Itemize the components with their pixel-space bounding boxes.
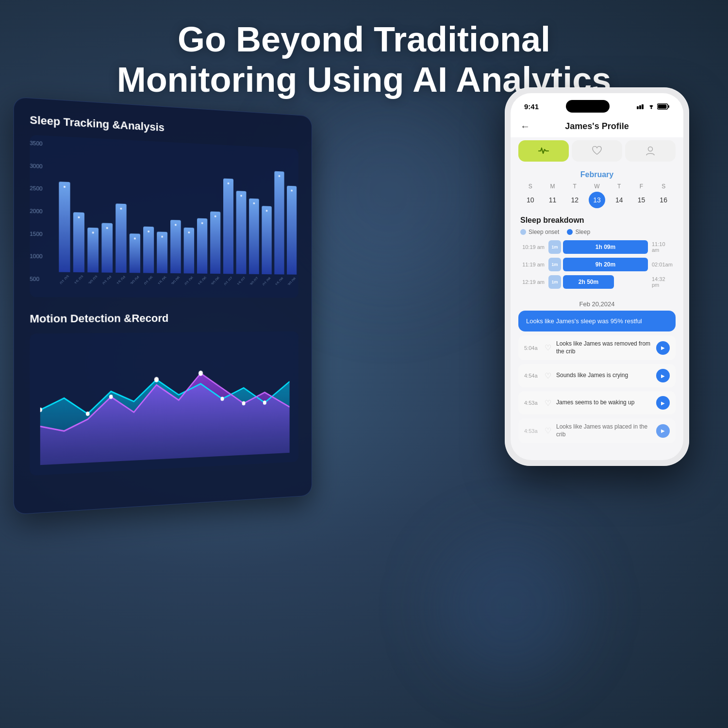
- main-bar-2: 9h 20m: [563, 258, 648, 271]
- x-label-12: 01.07: [223, 276, 232, 285]
- bar-17: [287, 186, 297, 275]
- x-label-14: 30.07: [249, 276, 258, 285]
- cal-day-10[interactable]: 10: [520, 192, 541, 208]
- y-label-2500: 2500: [30, 185, 42, 192]
- date-divider: Feb 20,2024: [511, 297, 683, 311]
- svg-rect-12: [642, 104, 644, 109]
- y-axis-labels: 3500 3000 2500 2000 1500 1000 500: [30, 140, 42, 282]
- x-label-6: 01.05: [143, 275, 153, 285]
- onset-bar-2: 1m: [548, 258, 561, 271]
- cal-header-s2: S: [653, 183, 674, 190]
- onset-bar-3: 1m: [548, 275, 561, 289]
- x-label-10: 15.06: [197, 276, 206, 285]
- cal-day-13[interactable]: 13: [589, 192, 605, 208]
- status-time: 9:41: [524, 102, 539, 111]
- x-label-16: 15.08: [274, 277, 283, 286]
- y-label-3500: 3500: [30, 140, 42, 147]
- timeline-heart-1[interactable]: ♡: [545, 343, 551, 352]
- x-label-13: 15.07: [236, 276, 246, 285]
- bar-14: [249, 199, 259, 274]
- back-button[interactable]: ←: [520, 121, 530, 132]
- sleep-breakdown-title: Sleep breakdown: [520, 216, 674, 225]
- svg-point-17: [648, 147, 653, 151]
- bar-9: [184, 228, 195, 274]
- timeline-text-4: Looks like James was placed in the crib: [556, 423, 651, 438]
- dynamic-island: [566, 100, 610, 113]
- timeline: 5:04a ♡ Looks like James was removed fro…: [511, 335, 683, 447]
- sleep-end-1: 11:10 am: [652, 241, 674, 253]
- calendar-section: February S M T W T F S 10 11 12 13 14 1: [511, 165, 683, 212]
- legend-onset-dot: [520, 229, 526, 235]
- bar-0: [59, 182, 70, 272]
- x-label-15: 01.08: [262, 276, 270, 285]
- timeline-time-2: 4:54a: [524, 373, 540, 379]
- phone-container: 9:41: [505, 87, 689, 597]
- cal-header-w: W: [587, 183, 607, 190]
- timeline-time-1: 5:04a: [524, 345, 540, 351]
- timeline-text-3: James seems to be waking up: [556, 399, 651, 407]
- sleep-chart: 3500 3000 2500 2000 1500 1000 500 01.031…: [30, 135, 298, 298]
- bar-13: [236, 191, 247, 274]
- insight-banner: Looks like James's sleep was 95% restful: [518, 311, 676, 331]
- signal-icon: [637, 103, 645, 109]
- calendar-grid: S M T W T F S 10 11 12 13 14 15 16: [520, 183, 674, 208]
- tab-activity[interactable]: [518, 140, 569, 162]
- bar-4: [116, 203, 126, 273]
- x-label-4: 15.04: [116, 275, 125, 285]
- timeline-text-2: Sounds like James is crying: [556, 372, 651, 380]
- timeline-play-1[interactable]: ▶: [656, 341, 670, 355]
- onset-bar-1: 1m: [548, 240, 561, 254]
- cal-day-15[interactable]: 15: [631, 192, 652, 208]
- phone-screen: 9:41: [511, 93, 683, 460]
- sleep-bar-3: 1m 2h 50m: [548, 275, 648, 289]
- cal-day-14[interactable]: 14: [609, 192, 629, 208]
- sleep-start-2: 11:19 am: [520, 262, 545, 267]
- bg-blur-1: [291, 97, 485, 291]
- bar-15: [262, 206, 271, 274]
- bar-8: [170, 220, 181, 273]
- x-label-17: 30.08: [287, 277, 296, 286]
- cal-header-s: S: [520, 183, 541, 190]
- sleep-row-3: 12:19 am 1m 2h 50m 14:32 pm: [520, 275, 674, 289]
- cal-header-t2: T: [609, 183, 629, 190]
- cal-header-m: M: [543, 183, 563, 190]
- x-axis-labels: 01.0315.0330.0301.0415.0430.0401.0515.05…: [59, 273, 291, 287]
- legend-onset-label: Sleep onset: [529, 229, 559, 235]
- y-label-500: 500: [30, 276, 42, 282]
- motion-chart-section: Motion Detection &Record: [30, 312, 298, 476]
- cal-day-16[interactable]: 16: [653, 192, 674, 208]
- timeline-heart-4[interactable]: ♡: [545, 426, 551, 435]
- timeline-play-2[interactable]: ▶: [656, 369, 670, 382]
- cal-day-11[interactable]: 11: [543, 192, 563, 208]
- headline-line1: Go Beyond Traditional: [178, 20, 550, 59]
- bar-5: [130, 233, 140, 273]
- x-label-1: 15.03: [73, 275, 83, 284]
- x-label-5: 30.04: [130, 275, 139, 285]
- battery-icon: [657, 103, 670, 110]
- cal-day-12[interactable]: 12: [564, 192, 585, 208]
- legend-sleep-label: Sleep: [575, 229, 590, 235]
- dashboard-panel: Sleep Tracking &Analysis 3500 3000 2500 …: [14, 97, 312, 514]
- sleep-chart-section: Sleep Tracking &Analysis 3500 3000 2500 …: [30, 114, 298, 298]
- tab-heart[interactable]: [572, 140, 622, 162]
- main-bar-1: 1h 09m: [563, 240, 648, 254]
- bar-16: [274, 171, 284, 275]
- bar-1: [73, 212, 84, 272]
- x-label-0: 01.03: [59, 274, 69, 284]
- timeline-play-4[interactable]: ▶: [656, 424, 670, 438]
- cal-header-t1: T: [564, 183, 585, 190]
- activity-icon: [538, 147, 549, 155]
- sleep-legend: Sleep onset Sleep: [520, 229, 674, 235]
- status-icons: [637, 103, 670, 110]
- timeline-heart-2[interactable]: ♡: [545, 371, 551, 381]
- y-label-1000: 1000: [30, 253, 42, 260]
- tab-profile[interactable]: [625, 140, 676, 162]
- sleep-breakdown-section: Sleep breakdown Sleep onset Sleep 10:19 …: [511, 212, 683, 297]
- y-label-2000: 2000: [30, 208, 42, 214]
- bar-6: [143, 227, 154, 273]
- timeline-heart-3[interactable]: ♡: [545, 398, 551, 408]
- sleep-end-3: 14:32 pm: [652, 276, 674, 288]
- svg-rect-10: [637, 106, 639, 109]
- timeline-play-3[interactable]: ▶: [656, 396, 670, 410]
- bar-12: [223, 179, 233, 274]
